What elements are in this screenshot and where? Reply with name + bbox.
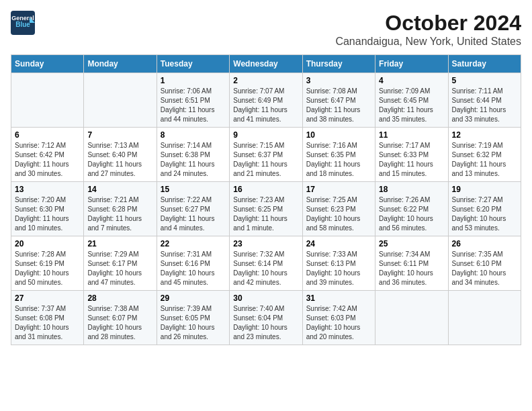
- day-number: 17: [306, 185, 371, 194]
- day-info: Sunrise: 7:17 AMSunset: 6:33 PMDaylight:…: [379, 141, 444, 179]
- cell-w4-d2: 21 Sunrise: 7:29 AMSunset: 6:17 PMDaylig…: [84, 236, 157, 291]
- day-info: Sunrise: 7:26 AMSunset: 6:22 PMDaylight:…: [379, 195, 444, 233]
- day-info: Sunrise: 7:11 AMSunset: 6:44 PMDaylight:…: [452, 87, 517, 124]
- day-info: Sunrise: 7:28 AMSunset: 6:19 PMDaylight:…: [15, 250, 80, 287]
- week-row-4: 20 Sunrise: 7:28 AMSunset: 6:19 PMDaylig…: [11, 236, 521, 291]
- day-info: Sunrise: 7:37 AMSunset: 6:08 PMDaylight:…: [15, 304, 80, 342]
- day-number: 8: [161, 130, 226, 140]
- header-wednesday: Wednesday: [230, 55, 302, 73]
- day-info: Sunrise: 7:31 AMSunset: 6:16 PMDaylight:…: [161, 250, 226, 287]
- cell-w3-d7: 19 Sunrise: 7:27 AMSunset: 6:20 PMDaylig…: [448, 182, 521, 236]
- cell-w2-d4: 9 Sunrise: 7:15 AMSunset: 6:37 PMDayligh…: [230, 128, 302, 182]
- day-info: Sunrise: 7:07 AMSunset: 6:49 PMDaylight:…: [233, 87, 298, 124]
- day-number: 9: [233, 130, 298, 140]
- cell-w3-d3: 15 Sunrise: 7:22 AMSunset: 6:27 PMDaylig…: [157, 182, 229, 236]
- day-number: 30: [233, 293, 298, 303]
- week-row-1: 1 Sunrise: 7:06 AMSunset: 6:51 PMDayligh…: [11, 73, 521, 128]
- logo-icon: General Blue: [11, 11, 35, 35]
- day-number: 16: [233, 185, 298, 194]
- cell-w5-d4: 30 Sunrise: 7:40 AMSunset: 6:04 PMDaylig…: [230, 291, 302, 345]
- day-number: 3: [306, 76, 371, 85]
- day-number: 18: [379, 185, 444, 194]
- cell-w3-d5: 17 Sunrise: 7:25 AMSunset: 6:23 PMDaylig…: [302, 182, 375, 236]
- day-info: Sunrise: 7:06 AMSunset: 6:51 PMDaylight:…: [161, 87, 226, 124]
- title-section: October 2024 Canandaigua, New York, Unit…: [335, 11, 521, 48]
- page-header: General Blue October 2024 Canandaigua, N…: [11, 11, 521, 48]
- header-tuesday: Tuesday: [157, 55, 229, 73]
- calendar-table: Sunday Monday Tuesday Wednesday Thursday…: [11, 54, 521, 345]
- cell-w3-d2: 14 Sunrise: 7:21 AMSunset: 6:28 PMDaylig…: [84, 182, 157, 236]
- cell-w5-d2: 28 Sunrise: 7:38 AMSunset: 6:07 PMDaylig…: [84, 291, 157, 345]
- location-title: Canandaigua, New York, United States: [335, 36, 521, 48]
- day-number: 29: [161, 293, 226, 303]
- week-row-5: 27 Sunrise: 7:37 AMSunset: 6:08 PMDaylig…: [11, 291, 521, 345]
- day-info: Sunrise: 7:16 AMSunset: 6:35 PMDaylight:…: [306, 141, 371, 179]
- day-number: 20: [15, 239, 80, 248]
- cell-w4-d5: 24 Sunrise: 7:33 AMSunset: 6:13 PMDaylig…: [302, 236, 375, 291]
- calendar-header-row: Sunday Monday Tuesday Wednesday Thursday…: [11, 55, 521, 73]
- cell-w3-d4: 16 Sunrise: 7:23 AMSunset: 6:25 PMDaylig…: [230, 182, 302, 236]
- day-number: 13: [15, 185, 80, 194]
- day-number: 22: [161, 239, 226, 248]
- day-number: 14: [87, 185, 152, 194]
- header-monday: Monday: [84, 55, 157, 73]
- day-info: Sunrise: 7:12 AMSunset: 6:42 PMDaylight:…: [15, 141, 80, 179]
- header-thursday: Thursday: [302, 55, 375, 73]
- day-number: 23: [233, 239, 298, 248]
- day-number: 7: [87, 130, 152, 140]
- cell-w4-d7: 26 Sunrise: 7:35 AMSunset: 6:10 PMDaylig…: [448, 236, 521, 291]
- day-info: Sunrise: 7:39 AMSunset: 6:05 PMDaylight:…: [161, 304, 226, 342]
- day-info: Sunrise: 7:27 AMSunset: 6:20 PMDaylight:…: [452, 195, 517, 233]
- day-number: 26: [452, 239, 517, 248]
- day-info: Sunrise: 7:34 AMSunset: 6:11 PMDaylight:…: [379, 250, 444, 287]
- week-row-3: 13 Sunrise: 7:20 AMSunset: 6:30 PMDaylig…: [11, 182, 521, 236]
- day-number: 15: [161, 185, 226, 194]
- cell-w4-d6: 25 Sunrise: 7:34 AMSunset: 6:11 PMDaylig…: [375, 236, 448, 291]
- header-saturday: Saturday: [448, 55, 521, 73]
- cell-w1-d2: [84, 73, 157, 128]
- day-number: 19: [452, 185, 517, 194]
- day-info: Sunrise: 7:29 AMSunset: 6:17 PMDaylight:…: [87, 250, 152, 287]
- header-sunday: Sunday: [11, 55, 84, 73]
- cell-w3-d1: 13 Sunrise: 7:20 AMSunset: 6:30 PMDaylig…: [11, 182, 84, 236]
- day-info: Sunrise: 7:15 AMSunset: 6:37 PMDaylight:…: [233, 141, 298, 179]
- day-info: Sunrise: 7:40 AMSunset: 6:04 PMDaylight:…: [233, 304, 298, 342]
- day-number: 24: [306, 239, 371, 248]
- cell-w1-d7: 5 Sunrise: 7:11 AMSunset: 6:44 PMDayligh…: [448, 73, 521, 128]
- day-number: 25: [379, 239, 444, 248]
- day-info: Sunrise: 7:22 AMSunset: 6:27 PMDaylight:…: [161, 195, 226, 233]
- header-friday: Friday: [375, 55, 448, 73]
- cell-w3-d6: 18 Sunrise: 7:26 AMSunset: 6:22 PMDaylig…: [375, 182, 448, 236]
- day-info: Sunrise: 7:13 AMSunset: 6:40 PMDaylight:…: [87, 141, 152, 179]
- month-title: October 2024: [335, 11, 521, 36]
- day-info: Sunrise: 7:21 AMSunset: 6:28 PMDaylight:…: [87, 195, 152, 233]
- day-info: Sunrise: 7:38 AMSunset: 6:07 PMDaylight:…: [87, 304, 152, 342]
- cell-w4-d4: 23 Sunrise: 7:32 AMSunset: 6:14 PMDaylig…: [230, 236, 302, 291]
- day-number: 10: [306, 130, 371, 140]
- cell-w1-d5: 3 Sunrise: 7:08 AMSunset: 6:47 PMDayligh…: [302, 73, 375, 128]
- day-info: Sunrise: 7:08 AMSunset: 6:47 PMDaylight:…: [306, 87, 371, 124]
- week-row-2: 6 Sunrise: 7:12 AMSunset: 6:42 PMDayligh…: [11, 128, 521, 182]
- cell-w4-d3: 22 Sunrise: 7:31 AMSunset: 6:16 PMDaylig…: [157, 236, 229, 291]
- day-number: 5: [452, 76, 517, 85]
- day-info: Sunrise: 7:09 AMSunset: 6:45 PMDaylight:…: [379, 87, 444, 124]
- cell-w5-d3: 29 Sunrise: 7:39 AMSunset: 6:05 PMDaylig…: [157, 291, 229, 345]
- day-number: 21: [87, 239, 152, 248]
- cell-w5-d5: 31 Sunrise: 7:42 AMSunset: 6:03 PMDaylig…: [302, 291, 375, 345]
- day-number: 2: [233, 76, 298, 85]
- cell-w2-d1: 6 Sunrise: 7:12 AMSunset: 6:42 PMDayligh…: [11, 128, 84, 182]
- day-info: Sunrise: 7:25 AMSunset: 6:23 PMDaylight:…: [306, 195, 371, 233]
- cell-w5-d6: [375, 291, 448, 345]
- day-info: Sunrise: 7:35 AMSunset: 6:10 PMDaylight:…: [452, 250, 517, 287]
- cell-w1-d1: [11, 73, 84, 128]
- day-info: Sunrise: 7:14 AMSunset: 6:38 PMDaylight:…: [161, 141, 226, 179]
- day-number: 28: [87, 293, 152, 303]
- day-info: Sunrise: 7:33 AMSunset: 6:13 PMDaylight:…: [306, 250, 371, 287]
- day-number: 11: [379, 130, 444, 140]
- cell-w4-d1: 20 Sunrise: 7:28 AMSunset: 6:19 PMDaylig…: [11, 236, 84, 291]
- cell-w2-d2: 7 Sunrise: 7:13 AMSunset: 6:40 PMDayligh…: [84, 128, 157, 182]
- day-number: 1: [161, 76, 226, 85]
- cell-w2-d5: 10 Sunrise: 7:16 AMSunset: 6:35 PMDaylig…: [302, 128, 375, 182]
- day-number: 27: [15, 293, 80, 303]
- cell-w1-d4: 2 Sunrise: 7:07 AMSunset: 6:49 PMDayligh…: [230, 73, 302, 128]
